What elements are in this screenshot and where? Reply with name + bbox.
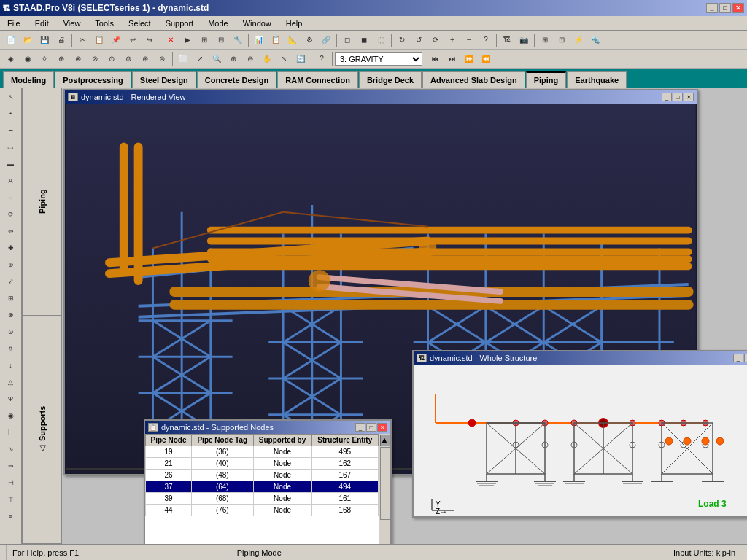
redo-button[interactable]: ↪ bbox=[142, 32, 158, 48]
node-tool[interactable]: • bbox=[3, 106, 19, 122]
snap-btn-1[interactable]: ◈ bbox=[3, 51, 19, 67]
load-tool[interactable]: ↓ bbox=[3, 357, 19, 373]
tab-postprocessing[interactable]: Postprocessing bbox=[55, 71, 131, 88]
zoom-out2[interactable]: ⊖ bbox=[242, 51, 258, 67]
rv-minimize[interactable]: _ bbox=[662, 93, 672, 101]
help-button[interactable]: ? bbox=[478, 32, 494, 48]
anim-btn-3[interactable]: ⏩ bbox=[461, 51, 477, 67]
renumber-tool[interactable]: # bbox=[3, 341, 19, 357]
menu-window[interactable]: Window bbox=[239, 18, 276, 29]
rotate-y[interactable]: ↺ bbox=[411, 32, 427, 48]
report-button[interactable]: 📊 bbox=[251, 32, 267, 48]
ws-titlebar[interactable]: 🏗 dynamic.std - Whole Structure _ □ ✕ bbox=[414, 351, 747, 365]
zoom-out[interactable]: − bbox=[461, 32, 477, 48]
dxf-button[interactable]: 📐 bbox=[285, 32, 301, 48]
sn-minimize[interactable]: _ bbox=[355, 423, 365, 432]
menu-file[interactable]: File bbox=[3, 18, 25, 29]
tab-bridge-deck[interactable]: Bridge Deck bbox=[359, 71, 422, 88]
menu-view[interactable]: View bbox=[59, 18, 85, 29]
menu-help[interactable]: Help bbox=[282, 18, 307, 29]
pan-btn[interactable]: ✋ bbox=[259, 51, 275, 67]
zoom-box[interactable]: ⬜ bbox=[175, 51, 191, 67]
extra-btn-1[interactable]: ⊞ bbox=[537, 32, 553, 48]
view-btn-1[interactable]: ◻ bbox=[339, 32, 355, 48]
new-button[interactable]: 📄 bbox=[3, 32, 19, 48]
split-tool[interactable]: ⊙ bbox=[3, 324, 19, 340]
release-tool[interactable]: ⊣ bbox=[3, 475, 19, 491]
offset-tool[interactable]: ⊤ bbox=[3, 491, 19, 508]
mirror-tool[interactable]: ⇔ bbox=[3, 223, 19, 239]
prop-button[interactable]: ⚙ bbox=[301, 32, 317, 48]
table-row[interactable]: 37 (64) Node 494 bbox=[146, 481, 390, 493]
snap-btn-7[interactable]: ⊙ bbox=[104, 51, 120, 67]
ws-minimize[interactable]: _ bbox=[733, 354, 743, 362]
menu-select[interactable]: Select bbox=[124, 18, 155, 29]
close-button[interactable]: ✕ bbox=[732, 3, 744, 13]
snap-btn-5[interactable]: ⊗ bbox=[70, 51, 86, 67]
link-button[interactable]: 🔗 bbox=[318, 32, 334, 48]
piping-panel[interactable]: Piping bbox=[22, 88, 62, 316]
scale-tool[interactable]: ⤢ bbox=[3, 273, 19, 289]
anim-btn-1[interactable]: ⏮ bbox=[427, 51, 444, 67]
mesh-button[interactable]: ⊟ bbox=[213, 32, 229, 48]
zoom-in[interactable]: + bbox=[444, 32, 460, 48]
wrench-button[interactable]: 🔧 bbox=[230, 32, 246, 48]
fit-btn[interactable]: ⤡ bbox=[276, 51, 292, 67]
plate-tool[interactable]: ▭ bbox=[3, 139, 19, 155]
ws-maximize[interactable]: □ bbox=[744, 354, 747, 362]
scroll-bar[interactable]: ▲▼ bbox=[379, 434, 390, 544]
sn-close[interactable]: ✕ bbox=[377, 423, 387, 432]
orbit-btn[interactable]: 🔄 bbox=[293, 51, 309, 67]
rendered-view-titlebar[interactable]: 🖥 dynamic.std - Rendered View _ □ ✕ bbox=[65, 90, 697, 104]
anim-btn-2[interactable]: ⏭ bbox=[444, 51, 460, 67]
table-row[interactable]: 39 (68) Node 161 bbox=[146, 493, 390, 505]
constraint-tool[interactable]: ⊢ bbox=[3, 424, 19, 440]
tab-concrete-design[interactable]: Concrete Design bbox=[197, 71, 276, 88]
help-ctx[interactable]: ? bbox=[314, 51, 330, 67]
menu-support[interactable]: Support bbox=[161, 18, 198, 29]
save-button[interactable]: 💾 bbox=[36, 32, 53, 48]
zoom-win[interactable]: 🔍 bbox=[209, 51, 225, 67]
beam-tool[interactable]: ━ bbox=[3, 122, 19, 139]
tab-modeling[interactable]: Modeling bbox=[3, 71, 54, 88]
view-btn-3[interactable]: ⬚ bbox=[373, 32, 389, 48]
delete-button[interactable]: ✕ bbox=[163, 32, 179, 48]
load-case-dropdown[interactable]: 3: GRAVITY bbox=[335, 52, 422, 66]
output-button[interactable]: 📋 bbox=[268, 32, 284, 48]
rv-maximize[interactable]: □ bbox=[673, 93, 683, 101]
copy-tool[interactable]: ⊕ bbox=[3, 257, 19, 273]
zoom-fit[interactable]: ⤢ bbox=[192, 51, 208, 67]
zoom-in2[interactable]: ⊕ bbox=[225, 51, 241, 67]
sn-maximize[interactable]: □ bbox=[366, 423, 376, 432]
undo-button[interactable]: ↩ bbox=[125, 32, 141, 48]
supports-panel[interactable]: △ Supports bbox=[22, 316, 62, 544]
snap-btn-2[interactable]: ◉ bbox=[20, 51, 36, 67]
paste-button[interactable]: 📌 bbox=[108, 32, 124, 48]
snap-btn-8[interactable]: ⊚ bbox=[120, 51, 136, 67]
select-tool[interactable]: ↖ bbox=[3, 89, 19, 105]
anim-btn-4[interactable]: ⏪ bbox=[478, 51, 494, 67]
snap-btn-4[interactable]: ⊕ bbox=[53, 51, 69, 67]
extrude-tool[interactable]: ⊞ bbox=[3, 290, 19, 306]
menu-edit[interactable]: Edit bbox=[31, 18, 53, 29]
table-row[interactable]: 44 (76) Node 168 bbox=[146, 505, 390, 516]
print-button[interactable]: 🖨 bbox=[53, 32, 69, 48]
tab-piping[interactable]: Piping bbox=[526, 71, 567, 88]
dim-tool[interactable]: ↔ bbox=[3, 190, 19, 206]
rotate-x[interactable]: ↻ bbox=[394, 32, 410, 48]
label-tool[interactable]: A bbox=[3, 173, 19, 189]
menu-tools[interactable]: Tools bbox=[90, 18, 118, 29]
spring-tool[interactable]: ∿ bbox=[3, 441, 19, 457]
rotate-tool[interactable]: ⟳ bbox=[3, 206, 19, 222]
minimize-button[interactable]: _ bbox=[706, 3, 718, 13]
master-slave[interactable]: ⇒ bbox=[3, 458, 19, 474]
snap-btn-6[interactable]: ⊘ bbox=[87, 51, 103, 67]
run-button[interactable]: ▶ bbox=[179, 32, 196, 48]
misc-tool[interactable]: ≡ bbox=[3, 508, 19, 524]
extra-btn-2[interactable]: ⊡ bbox=[554, 32, 570, 48]
snap-btn-9[interactable]: ⊛ bbox=[137, 51, 153, 67]
view-btn-2[interactable]: ◼ bbox=[356, 32, 372, 48]
view3d-btn[interactable]: 🏗 bbox=[499, 32, 515, 48]
table-row[interactable]: 19 (36) Node 495 bbox=[146, 446, 390, 458]
extra-btn-4[interactable]: 🔩 bbox=[587, 32, 603, 48]
